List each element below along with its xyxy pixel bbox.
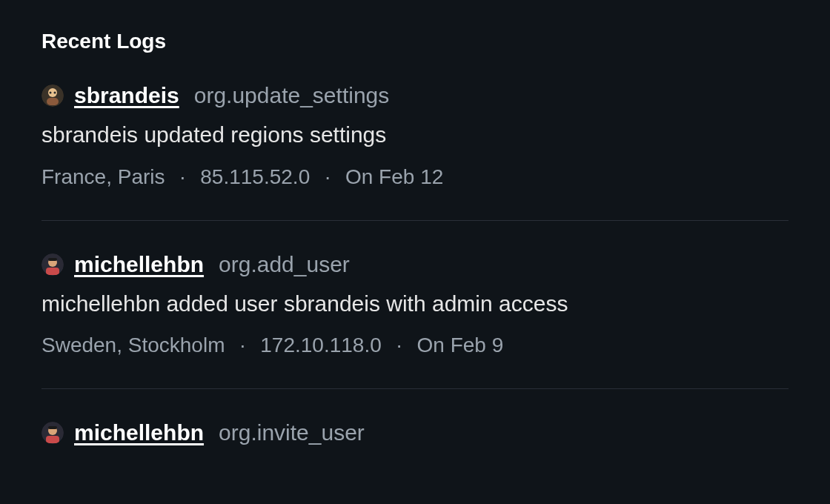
log-location: Sweden, Stockholm (42, 334, 225, 357)
log-header: michellehbn org.invite_user (42, 420, 788, 445)
username-link[interactable]: michellehbn (74, 252, 204, 277)
log-date: On Feb 12 (345, 165, 443, 189)
svg-rect-2 (47, 98, 59, 105)
avatar (42, 422, 64, 444)
meta-separator: · (396, 334, 402, 357)
log-header: michellehbn org.add_user (42, 252, 788, 277)
username-link[interactable]: sbrandeis (74, 83, 179, 108)
log-entry: michellehbn org.invite_user (42, 420, 788, 445)
meta-separator: · (325, 165, 331, 189)
svg-point-4 (54, 92, 56, 94)
log-header: sbrandeis org.update_settings (42, 83, 788, 108)
avatar (42, 84, 64, 107)
svg-rect-12 (48, 426, 57, 429)
log-date: On Feb 9 (417, 334, 504, 357)
svg-point-3 (50, 92, 52, 94)
log-meta: Sweden, Stockholm · 172.10.118.0 · On Fe… (42, 334, 788, 357)
logs-container: Recent Logs sbrandeis org.update_setting… (0, 0, 830, 445)
log-location: France, Paris (42, 165, 165, 189)
log-message: sbrandeis updated regions settings (42, 120, 788, 150)
action-code: org.add_user (219, 252, 350, 277)
svg-rect-8 (48, 258, 57, 261)
log-ip: 85.115.52.0 (200, 165, 310, 189)
action-code: org.invite_user (219, 420, 365, 445)
log-entry: michellehbn org.add_user michellehbn add… (42, 252, 788, 390)
svg-rect-11 (46, 436, 59, 443)
log-message: michellehbn added user sbrandeis with ad… (42, 289, 788, 319)
log-ip: 172.10.118.0 (260, 334, 382, 357)
section-title: Recent Logs (42, 30, 788, 53)
meta-separator: · (239, 334, 245, 357)
log-meta: France, Paris · 85.115.52.0 · On Feb 12 (42, 165, 788, 189)
action-code: org.update_settings (194, 83, 390, 108)
meta-separator: · (180, 165, 186, 189)
log-entry: sbrandeis org.update_settings sbrandeis … (42, 83, 788, 221)
svg-rect-7 (46, 268, 59, 275)
avatar (42, 253, 64, 276)
username-link[interactable]: michellehbn (74, 420, 204, 445)
